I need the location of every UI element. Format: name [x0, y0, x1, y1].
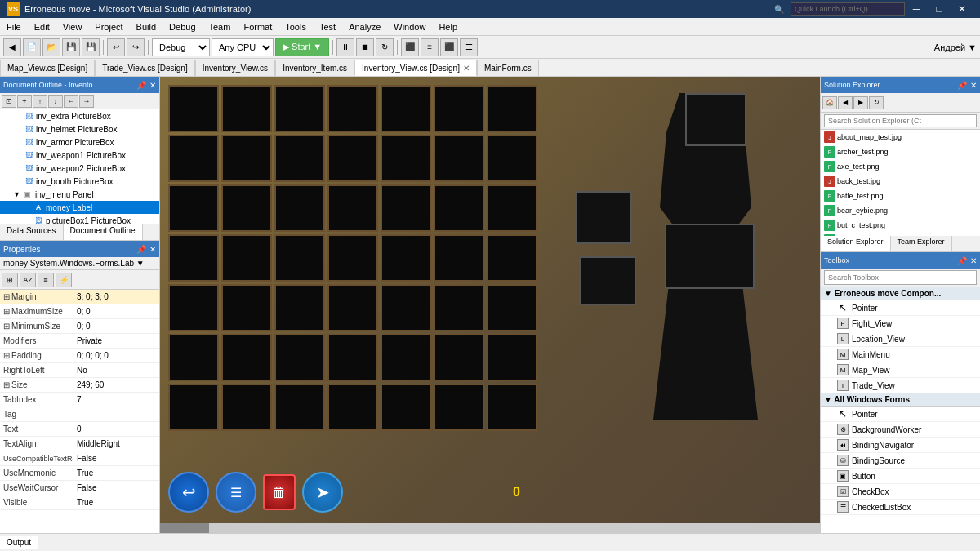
tab-document-outline[interactable]: Document Outline	[64, 224, 143, 240]
prop-padding[interactable]: ⊞Padding 0; 0; 0; 0	[0, 349, 159, 363]
helmet-slot[interactable]	[685, 93, 746, 146]
inv-slot-16[interactable]	[221, 184, 272, 232]
prop-usewaitcursor[interactable]: UseWaitCursor False	[0, 481, 159, 495]
delete-button[interactable]: 🗑	[263, 474, 296, 510]
minimize-button[interactable]: ─	[905, 0, 928, 18]
undo-button[interactable]: ↩	[168, 472, 209, 513]
toolbox-mainmenu[interactable]: M MainMenu	[821, 347, 980, 362]
close-tab-icon[interactable]: ✕	[463, 64, 470, 73]
tab-solution-explorer[interactable]: Solution Explorer	[821, 236, 891, 251]
tb-redo-btn[interactable]: ↪	[127, 38, 145, 56]
tab-trade-view[interactable]: Trade_View.cs [Design]	[95, 60, 195, 76]
sol-item-but-c[interactable]: P but_c_test.png	[821, 218, 980, 233]
toolbox-section-all-windows[interactable]: ▼ All Windows Forms	[821, 393, 980, 407]
solution-search-input[interactable]	[824, 114, 977, 127]
inv-slot-9[interactable]	[221, 135, 272, 182]
inv-slot-30[interactable]	[221, 284, 272, 331]
tb-new-btn[interactable]: 📄	[23, 38, 41, 56]
prop-modifiers[interactable]: Modifiers Private	[0, 334, 159, 349]
tab-mainform[interactable]: MainForm.cs	[477, 60, 539, 76]
toolbox-trade-view[interactable]: T Trade_View	[821, 378, 980, 393]
inv-slot-5[interactable]	[381, 85, 431, 132]
inv-slot-23[interactable]	[221, 234, 272, 282]
prop-tag[interactable]: Tag	[0, 407, 159, 422]
sol-item-back[interactable]: J back_test.jpg	[821, 174, 980, 189]
inv-slot-18[interactable]	[327, 184, 378, 232]
tb-save-btn[interactable]: 💾	[62, 38, 80, 56]
forward-button[interactable]: ➤	[302, 472, 343, 513]
sol-tb-btn1[interactable]: 🏠	[822, 96, 837, 109]
outline-tb-btn5[interactable]: ←	[64, 95, 78, 108]
tree-item-inv-helmet[interactable]: 🖼 inv_helmet PictureBox	[0, 122, 159, 136]
inv-slot-12[interactable]	[381, 135, 431, 182]
inv-slot-46[interactable]	[327, 384, 378, 431]
tree-item-inv-weapon2[interactable]: 🖼 inv_weapon2 PictureBox	[0, 162, 159, 175]
toolbox-section-erroneous[interactable]: ▼ Erroneous move Compon...	[821, 287, 980, 300]
inv-slot-40[interactable]	[381, 334, 431, 381]
menu-help[interactable]: Help	[432, 20, 464, 33]
maximize-button[interactable]: □	[928, 0, 951, 18]
outline-close-icon[interactable]: ✕	[149, 81, 156, 90]
toolbox-pointer-1[interactable]: ↖ Pointer	[821, 300, 980, 316]
inv-slot-26[interactable]	[381, 234, 431, 282]
outline-tb-btn2[interactable]: +	[17, 95, 32, 108]
inv-slot-1[interactable]	[168, 85, 219, 132]
tb-extra1[interactable]: ⏸	[336, 38, 354, 56]
tab-inventory-view-design[interactable]: Inventory_View.cs [Design] ✕	[354, 60, 477, 76]
toolbox-location-view[interactable]: L Location_View	[821, 331, 980, 347]
toolbox-button[interactable]: ▣ Button	[821, 469, 980, 484]
inv-slot-21[interactable]	[487, 184, 537, 232]
chest-slot[interactable]	[579, 256, 636, 305]
canvas-scrollbar-h[interactable]	[160, 523, 820, 533]
inv-slot-17[interactable]	[274, 184, 325, 232]
inv-slot-37[interactable]	[221, 334, 272, 381]
tb-save-all-btn[interactable]: 💾	[82, 38, 100, 56]
prop-margin[interactable]: ⊞Margin 3; 0; 3; 0	[0, 290, 159, 304]
menu-edit[interactable]: Edit	[28, 20, 56, 33]
outline-tb-btn6[interactable]: →	[79, 95, 94, 108]
prop-visible[interactable]: Visible True	[0, 495, 159, 510]
sol-pin-icon[interactable]: 📌	[957, 81, 967, 90]
inv-slot-36[interactable]	[168, 334, 219, 381]
tree-item-inv-weapon1[interactable]: 🖼 inv_weapon1 PictureBox	[0, 149, 159, 162]
sol-item-bear[interactable]: P bear_eybie.png	[821, 203, 980, 218]
toolbox-backgroundworker[interactable]: ⚙ BackgroundWorker	[821, 422, 980, 438]
close-button[interactable]: ✕	[951, 0, 973, 18]
toolbox-bindingnav[interactable]: ⏮ BindingNavigator	[821, 438, 980, 453]
menu-debug[interactable]: Debug	[163, 20, 202, 33]
inv-slot-3[interactable]	[274, 85, 325, 132]
inv-slot-15[interactable]	[168, 184, 219, 232]
sol-refresh-btn[interactable]: ↻	[869, 96, 884, 109]
inv-slot-45[interactable]	[274, 384, 325, 431]
sol-close-icon[interactable]: ✕	[970, 81, 977, 90]
inv-slot-4[interactable]	[327, 85, 378, 132]
inv-slot-33[interactable]	[381, 284, 431, 331]
inv-slot-27[interactable]	[434, 234, 484, 282]
sol-item-batle[interactable]: P batle_test.png	[821, 189, 980, 203]
inv-slot-39[interactable]	[327, 334, 378, 381]
tb-extra2[interactable]: ⏹	[356, 38, 374, 56]
start-button[interactable]: ▶ Start ▼	[275, 38, 329, 56]
tab-team-explorer[interactable]: Team Explorer	[891, 236, 952, 251]
sol-tb-btn2[interactable]: ◀	[838, 96, 853, 109]
inv-slot-28[interactable]	[487, 234, 537, 282]
tab-inventory-item[interactable]: Inventory_Item.cs	[275, 60, 354, 76]
tree-item-inv-booth[interactable]: 🖼 inv_booth PictureBox	[0, 175, 159, 188]
toolbox-close-icon[interactable]: ✕	[970, 256, 977, 265]
debug-mode-select[interactable]: Debug Release	[152, 38, 210, 56]
inv-slot-2[interactable]	[221, 85, 272, 132]
props-props-btn[interactable]: ≡	[38, 273, 54, 287]
props-alpha-btn[interactable]: AZ	[20, 273, 36, 287]
scrollbar-thumb-h[interactable]	[160, 523, 209, 533]
toolbox-fight-view[interactable]: F Fight_View	[821, 316, 980, 331]
menu-test[interactable]: Test	[313, 20, 342, 33]
toolbox-checkbox[interactable]: ☑ CheckBox	[821, 484, 980, 500]
tb-extra3[interactable]: ↻	[376, 38, 394, 56]
inv-slot-10[interactable]	[274, 135, 325, 182]
sol-item-about-map[interactable]: J about_map_test.jpg	[821, 130, 980, 144]
inv-slot-19[interactable]	[381, 184, 431, 232]
prop-minsize[interactable]: ⊞MinimumSize 0; 0	[0, 319, 159, 334]
prop-textalign[interactable]: TextAlign MiddleRight	[0, 437, 159, 451]
inv-slot-32[interactable]	[327, 284, 378, 331]
tree-item-money-label[interactable]: A money Label	[0, 201, 159, 214]
